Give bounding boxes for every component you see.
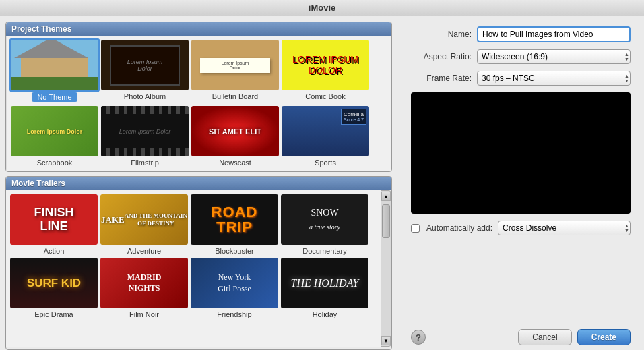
help-button[interactable]: ? [411, 330, 426, 345]
trailer-adventure-thumb: JAKEAND THE MOUNTAINOF DESTINY [100, 194, 188, 245]
aspect-ratio-row: Aspect Ratio: Widescreen (16:9) Standard… [411, 49, 631, 64]
bottom-row: ? Cancel Create [411, 329, 631, 345]
theme-photo-album-thumb: Lorem IpsumDolor [101, 40, 189, 90]
trailer-holiday-thumb: THE HOLIDAY [281, 258, 368, 308]
auto-add-row: Automatically add: Cross Dissolve Fade t… [411, 221, 631, 235]
theme-no-theme-thumb [11, 40, 98, 90]
right-panel: Name: Aspect Ratio: Widescreen (16:9) St… [397, 16, 644, 350]
trailer-action-thumb: FINISHLINE [10, 194, 98, 245]
theme-scrapbook[interactable]: Lorem Ipsum Dolor Scrapbook [11, 106, 98, 167]
trailer-epic-drama-thumb: SURF KID [10, 258, 98, 308]
trailer-epic-drama[interactable]: SURF KID Epic Drama [10, 258, 98, 318]
theme-newscast-thumb: SIT AMET ELIT [191, 106, 279, 156]
scrollbar-track [381, 201, 391, 336]
aspect-ratio-select-wrapper: Widescreen (16:9) Standard (4:3) ▲ ▼ [477, 49, 631, 64]
theme-scrapbook-thumb: Lorem Ipsum Dolor [11, 106, 98, 156]
trailer-documentary[interactable]: SNOWa true story Documentary [281, 194, 368, 255]
movie-trailers-header: Movie Trailers [6, 177, 391, 190]
theme-comic-book-thumb: LOREM IPSUMDOLOR [282, 40, 369, 90]
trailer-friendship-label: Friendship [217, 310, 251, 318]
theme-newscast[interactable]: SIT AMET ELIT Newscast [191, 106, 279, 167]
trailer-blockbuster-label: Blockbuster [215, 247, 253, 255]
trailer-holiday-label: Holiday [313, 310, 337, 318]
trailer-blockbuster[interactable]: RoADTriP Blockbuster [191, 194, 278, 255]
theme-comic-book-label: Comic Book [305, 92, 345, 100]
trailer-action-label: Action [44, 247, 65, 255]
theme-bulletin-board-label: Bulletin Board [212, 92, 259, 100]
trailer-documentary-thumb: SNOWa true story [281, 194, 368, 245]
scrollbar: ▲ ▼ [381, 190, 391, 347]
theme-sports-label: Sports [315, 158, 336, 167]
trailer-documentary-label: Documentary [302, 247, 346, 255]
theme-sports-thumb: Cornelia Score 4.7 [282, 106, 369, 156]
trailer-film-noir-label: Film Noir [129, 310, 159, 318]
cancel-button[interactable]: Cancel [518, 329, 571, 345]
action-buttons: Cancel Create [518, 329, 631, 345]
name-row: Name: [411, 26, 631, 42]
name-label: Name: [411, 30, 472, 39]
theme-bulletin-board-thumb: Lorem IpsumDolor [191, 40, 279, 90]
create-button[interactable]: Create [577, 329, 631, 345]
theme-no-theme[interactable]: No Theme [11, 40, 98, 102]
aspect-ratio-select[interactable]: Widescreen (16:9) Standard (4:3) [477, 49, 631, 64]
scroll-up-button[interactable]: ▲ [381, 192, 391, 201]
theme-filmstrip[interactable]: Lorem Ipsum Dolor Filmstrip [101, 106, 189, 167]
theme-newscast-label: Newscast [219, 158, 251, 167]
scrollbar-thumb[interactable] [382, 204, 390, 238]
trailer-friendship-thumb: New YorkGirl Posse [191, 258, 278, 308]
trailer-friendship[interactable]: New YorkGirl Posse Friendship [191, 258, 278, 318]
trailer-holiday[interactable]: THE HOLIDAY Holiday [281, 258, 368, 318]
road-trip-text: RoADTriP [212, 205, 258, 235]
trailer-film-noir[interactable]: MADRIDNIGHTS Film Noir [100, 258, 188, 318]
trailer-adventure-label: Adventure [127, 247, 161, 255]
theme-sports[interactable]: Cornelia Score 4.7 Sports [282, 106, 369, 167]
preview-area [411, 92, 631, 214]
theme-filmstrip-thumb: Lorem Ipsum Dolor [101, 106, 189, 156]
theme-photo-album-label: Photo Album [124, 92, 166, 100]
theme-filmstrip-label: Filmstrip [131, 158, 159, 167]
auto-add-checkbox[interactable] [411, 224, 420, 233]
window-title: iMovie [309, 3, 335, 13]
auto-add-select[interactable]: Cross Dissolve Fade to Black Fade to Whi… [498, 221, 631, 235]
frame-rate-select[interactable]: 30 fps – NTSC 25 fps – PAL 24 fps – Cine… [477, 71, 631, 86]
theme-scrapbook-label: Scrapbook [37, 158, 73, 167]
theme-comic-book[interactable]: LOREM IPSUMDOLOR Comic Book [282, 40, 369, 102]
trailer-adventure[interactable]: JAKEAND THE MOUNTAINOF DESTINY Adventure [100, 194, 188, 255]
aspect-ratio-label: Aspect Ratio: [411, 52, 472, 61]
project-themes-header: Project Themes [6, 22, 391, 36]
frame-rate-row: Frame Rate: 30 fps – NTSC 25 fps – PAL 2… [411, 71, 631, 86]
auto-add-select-wrapper: Cross Dissolve Fade to Black Fade to Whi… [498, 221, 631, 235]
theme-bulletin-board[interactable]: Lorem IpsumDolor Bulletin Board [191, 40, 279, 102]
trailer-blockbuster-thumb: RoADTriP [191, 194, 278, 245]
theme-no-theme-label: No Theme [32, 92, 77, 102]
project-themes-section: Project Themes No Theme [5, 22, 392, 172]
trailer-epic-drama-label: Epic Drama [34, 310, 73, 318]
trailer-action[interactable]: FINISHLINE Action [10, 194, 98, 255]
theme-photo-album[interactable]: Lorem IpsumDolor Photo Album [101, 40, 189, 102]
frame-rate-label: Frame Rate: [411, 74, 472, 83]
scroll-down-button[interactable]: ▼ [381, 336, 391, 345]
auto-add-label: Automatically add: [426, 223, 492, 233]
movie-trailers-section: Movie Trailers FINISHLINE Action [5, 176, 392, 350]
name-input[interactable] [477, 26, 631, 42]
trailer-film-noir-thumb: MADRIDNIGHTS [100, 258, 188, 308]
frame-rate-select-wrapper: 30 fps – NTSC 25 fps – PAL 24 fps – Cine… [477, 71, 631, 86]
